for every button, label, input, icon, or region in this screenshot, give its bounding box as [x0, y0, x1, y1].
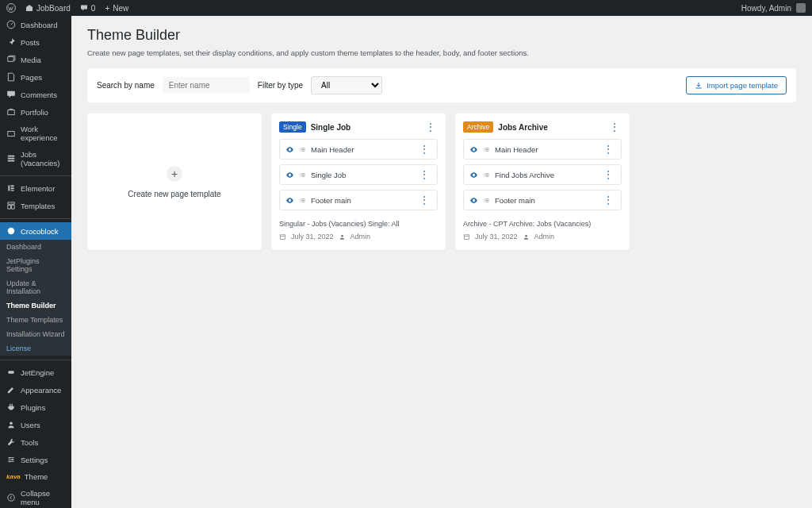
svg-rect-6: [10, 187, 13, 189]
type-select[interactable]: All: [311, 76, 382, 94]
filter-bar: Search by name Filter by type All Import…: [87, 68, 796, 102]
template-part[interactable]: Footer main⋮: [279, 190, 438, 210]
pin-icon: [6, 37, 16, 47]
template-part[interactable]: Main Header⋮: [463, 139, 622, 160]
new-label: New: [113, 4, 128, 13]
eye-icon[interactable]: [469, 145, 478, 154]
new-link[interactable]: + New: [105, 4, 128, 13]
svg-point-13: [9, 461, 10, 463]
card-header: SingleSingle Job⋮: [271, 114, 446, 139]
menu-label: Pages: [21, 73, 42, 82]
part-menu-icon[interactable]: ⋮: [417, 194, 431, 206]
eye-icon[interactable]: [285, 196, 294, 205]
portfolio-icon: [6, 107, 16, 117]
templates-icon: [6, 201, 16, 210]
create-template-card[interactable]: + Create new page template: [87, 114, 262, 250]
part-name: Footer main: [311, 196, 412, 205]
sidebar-item-plugins[interactable]: Plugins: [0, 398, 71, 416]
submenu-item-theme-templates[interactable]: Theme Templates: [0, 313, 71, 327]
import-label: Import page template: [707, 81, 778, 90]
account-menu[interactable]: Howdy, Admin: [741, 3, 806, 13]
submenu-item-jetplugins-settings[interactable]: JetPlugins Settings: [0, 254, 71, 276]
card-title[interactable]: Single Job: [311, 123, 419, 132]
import-button[interactable]: Import page template: [686, 76, 787, 94]
brand-tag: kava: [6, 473, 21, 480]
tools-icon: [6, 437, 16, 447]
eye-icon[interactable]: [285, 171, 294, 179]
template-part[interactable]: Single Job⋮: [279, 164, 438, 185]
download-icon: [695, 82, 703, 90]
template-part[interactable]: Find Jobs Archive⋮: [463, 164, 622, 185]
submenu-item-license[interactable]: License: [0, 341, 71, 356]
sidebar-item-settings[interactable]: Settings: [0, 451, 71, 468]
part-name: Main Header: [311, 145, 412, 154]
comments-link[interactable]: 0: [80, 4, 96, 13]
type-badge: Archive: [463, 121, 493, 133]
svg-point-0: [7, 4, 16, 13]
sidebar-item-crocoblock[interactable]: Crocoblock: [0, 222, 71, 240]
sidebar-item-portfolio[interactable]: Portfolio: [0, 103, 71, 121]
card-menu-icon[interactable]: ⋮: [423, 121, 438, 133]
menu-label: Templates: [21, 202, 55, 210]
svg-rect-3: [8, 132, 14, 137]
part-name: Find Jobs Archive: [495, 171, 596, 179]
part-menu-icon[interactable]: ⋮: [601, 194, 615, 206]
part-menu-icon[interactable]: ⋮: [417, 169, 431, 180]
list-icon: [483, 197, 490, 204]
svg-rect-5: [10, 185, 13, 187]
sidebar-item-templates[interactable]: Templates: [0, 197, 71, 214]
part-name: Footer main: [495, 196, 596, 205]
menu-label: Users: [21, 421, 40, 429]
card-meta: Archive - CPT Archive: Jobs (Vacancies)J…: [455, 217, 630, 248]
search-label: Search by name: [97, 81, 155, 90]
menu-label: Posts: [21, 38, 40, 47]
eye-icon[interactable]: [285, 145, 294, 154]
eye-icon[interactable]: [469, 196, 478, 205]
admin-topbar: JobBoard 0 + New Howdy, Admin: [0, 0, 812, 16]
menu-label: Plugins: [21, 403, 45, 412]
template-part[interactable]: Footer main⋮: [463, 190, 622, 210]
submenu-item-installation-wizard[interactable]: Installation Wizard: [0, 327, 71, 341]
list-icon: [483, 146, 490, 153]
work-icon: [6, 129, 16, 138]
svg-point-10: [10, 421, 13, 425]
sidebar-item-posts[interactable]: Posts: [0, 33, 71, 51]
sidebar-item-media[interactable]: Media: [0, 51, 71, 68]
collapse-menu[interactable]: Collapse menu: [0, 485, 71, 508]
svg-rect-4: [8, 185, 10, 190]
part-menu-icon[interactable]: ⋮: [601, 169, 615, 180]
type-badge: Single: [279, 121, 306, 133]
sidebar-item-appearance[interactable]: Appearance: [0, 381, 71, 398]
sidebar-item-jobs-vacancies-[interactable]: Jobs (Vacancies): [0, 146, 71, 171]
sidebar-item-comments[interactable]: Comments: [0, 86, 71, 103]
submenu-item-update-installation[interactable]: Update & Installation: [0, 276, 71, 298]
submenu-item-dashboard[interactable]: Dashboard: [0, 240, 71, 254]
calendar-icon: [463, 233, 470, 241]
search-input[interactable]: [163, 77, 250, 94]
site-link[interactable]: JobBoard: [25, 4, 71, 13]
list-icon: [299, 197, 306, 204]
svg-point-11: [9, 457, 10, 459]
jetengine-icon: [6, 368, 16, 377]
part-menu-icon[interactable]: ⋮: [417, 144, 431, 155]
jobs-icon: [6, 154, 16, 164]
template-part[interactable]: Main Header⋮: [279, 139, 438, 160]
site-name: JobBoard: [36, 4, 71, 13]
template-card: ArchiveJobs Archive⋮Main Header⋮Find Job…: [455, 114, 630, 250]
sidebar-item-users[interactable]: Users: [0, 416, 71, 433]
eye-icon[interactable]: [469, 171, 478, 179]
sidebar-item-theme[interactable]: kavaTheme: [0, 468, 71, 485]
wp-logo[interactable]: [6, 3, 16, 13]
sidebar-item-jetengine[interactable]: JetEngine: [0, 364, 71, 381]
sidebar-item-elementor[interactable]: Elementor: [0, 179, 71, 197]
part-name: Main Header: [495, 145, 596, 154]
sidebar-item-pages[interactable]: Pages: [0, 68, 71, 86]
submenu-item-theme-builder[interactable]: Theme Builder: [0, 298, 71, 313]
part-list: Main Header⋮Single Job⋮Footer main⋮: [271, 139, 446, 217]
sidebar-item-tools[interactable]: Tools: [0, 433, 71, 451]
card-title[interactable]: Jobs Archive: [498, 123, 603, 132]
card-menu-icon[interactable]: ⋮: [607, 121, 622, 133]
part-menu-icon[interactable]: ⋮: [601, 144, 615, 155]
sidebar-item-dashboard[interactable]: Dashboard: [0, 16, 71, 33]
sidebar-item-work-experience[interactable]: Work experience: [0, 121, 71, 146]
